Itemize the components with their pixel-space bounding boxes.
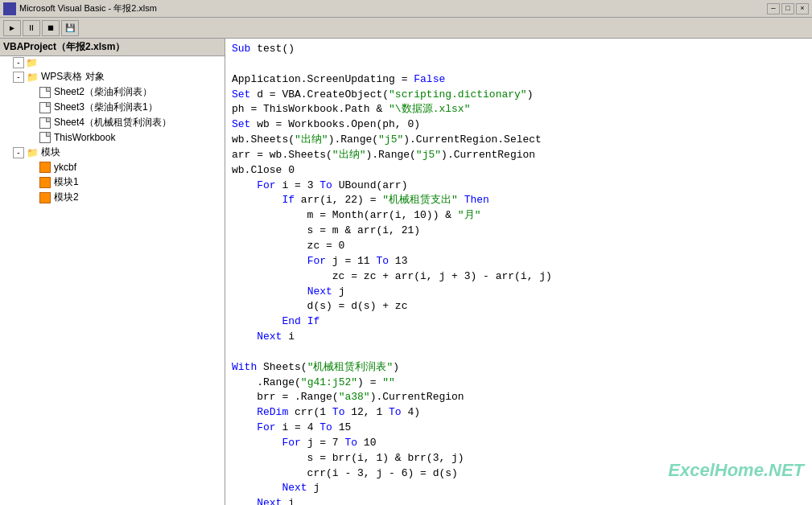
break-button[interactable]: ⏸: [23, 20, 40, 36]
thisworkbook-icon: [39, 131, 52, 144]
ykcbf-icon: [39, 161, 52, 174]
tree-item-sheet3[interactable]: Sheet3（柴油利润表1）: [0, 100, 225, 115]
sheet2-label: Sheet2（柴油利润表）: [54, 85, 152, 99]
run-button[interactable]: ▶: [3, 20, 21, 36]
module1-icon: [39, 176, 52, 189]
tree-item-module2[interactable]: 模块2: [0, 190, 225, 205]
modules-folder-icon: 📁: [26, 146, 39, 159]
title-bar: Microsoft Visual Basic - 年报2.xlsm ─ □ ×: [0, 0, 812, 18]
project-tree-panel: VBAProject（年报2.xlsm） - 📁 - 📁 WPS表格 对象 Sh…: [0, 39, 225, 505]
tree-item-modules[interactable]: - 📁 模块: [0, 145, 225, 160]
code-editor[interactable]: Sub test() Application.ScreenUpdating = …: [232, 42, 806, 505]
tree-item-sheet4[interactable]: Sheet4（机械租赁利润表）: [0, 115, 225, 130]
ykcbf-label: ykcbf: [54, 162, 76, 173]
modules-toggle[interactable]: -: [13, 147, 24, 158]
save-button[interactable]: 💾: [61, 20, 79, 36]
window-controls: ─ □ ×: [767, 3, 809, 14]
tree-item-thisworkbook[interactable]: ThisWorkbook: [0, 130, 225, 145]
tree-item-ykcbf[interactable]: ykcbf: [0, 160, 225, 174]
wps-label: WPS表格 对象: [41, 70, 105, 84]
sheet3-label: Sheet3（柴油利润表1）: [54, 101, 158, 114]
code-panel[interactable]: Sub test() Application.ScreenUpdating = …: [225, 39, 812, 505]
tree-item-module1[interactable]: 模块1: [0, 174, 225, 190]
sheet3-icon: [39, 101, 52, 114]
tree-root[interactable]: - 📁: [0, 56, 225, 69]
tree-header-label: VBAProject（年报2.xlsm）: [3, 41, 125, 52]
sheet4-icon: [39, 117, 52, 129]
thisworkbook-label: ThisWorkbook: [54, 132, 115, 143]
module2-icon: [39, 191, 52, 204]
stop-button[interactable]: ⏹: [42, 20, 60, 36]
tree-header: VBAProject（年报2.xlsm）: [0, 39, 225, 56]
sheet2-icon: [39, 86, 52, 99]
tree-item-sheet2[interactable]: Sheet2（柴油利润表）: [0, 84, 225, 100]
tree-item-wps-objects[interactable]: - 📁 WPS表格 对象: [0, 69, 225, 84]
app-icon: [3, 2, 16, 15]
wps-toggle[interactable]: -: [13, 72, 24, 83]
module1-label: 模块1: [54, 175, 79, 189]
maximize-button[interactable]: □: [781, 3, 794, 14]
modules-label: 模块: [41, 146, 60, 159]
title-text: Microsoft Visual Basic - 年报2.xlsm: [19, 2, 157, 14]
close-button[interactable]: ×: [796, 3, 809, 14]
folder-icon: 📁: [26, 71, 39, 84]
minimize-button[interactable]: ─: [767, 3, 780, 14]
main-area: VBAProject（年报2.xlsm） - 📁 - 📁 WPS表格 对象 Sh…: [0, 39, 812, 505]
toolbar: ▶ ⏸ ⏹ 💾: [0, 18, 812, 39]
module2-label: 模块2: [54, 191, 79, 204]
root-toggle[interactable]: -: [13, 57, 24, 68]
root-label: 📁: [26, 57, 38, 68]
sheet4-label: Sheet4（机械租赁利润表）: [54, 116, 171, 129]
